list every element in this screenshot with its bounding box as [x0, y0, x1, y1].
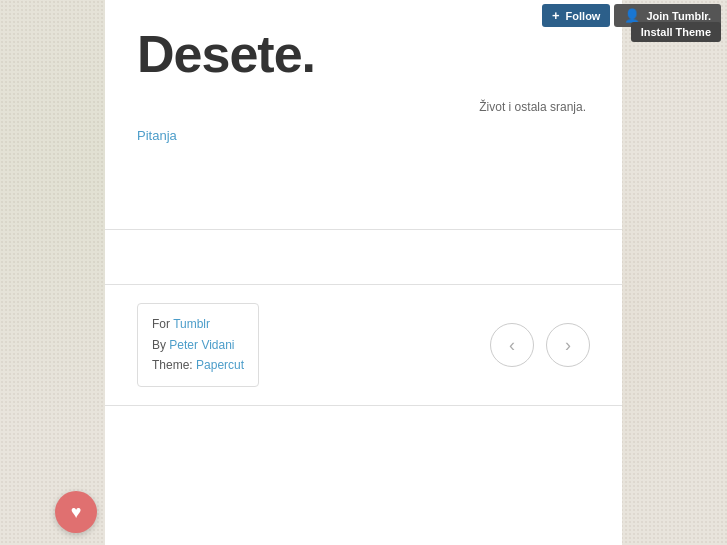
person-icon: 👤: [624, 8, 640, 23]
blog-subtitle: Život i ostala sranja.: [137, 100, 590, 114]
follow-button[interactable]: + Follow: [542, 4, 610, 27]
heart-button[interactable]: ♥: [55, 491, 97, 533]
nav-link-pitanja[interactable]: Pitanja: [137, 128, 177, 143]
theme-label: Theme:: [152, 358, 193, 372]
for-label: For: [152, 317, 170, 331]
heart-icon: ♥: [71, 502, 82, 523]
nav-arrows: ‹ ›: [490, 323, 590, 367]
install-label: Install Theme: [641, 26, 711, 38]
mid-section: [105, 230, 622, 285]
tumblr-bar: + Follow 👤 Join Tumblr. Install Theme: [536, 0, 727, 31]
plus-icon: +: [552, 8, 560, 23]
credit-box: For Tumblr By Peter Vidani Theme: Paperc…: [137, 303, 259, 386]
blog-title: Desete.: [137, 28, 590, 80]
join-label: Join Tumblr.: [646, 10, 711, 22]
credit-for-line: For Tumblr: [152, 314, 244, 334]
bottom-divider: [105, 405, 622, 445]
main-content: Desete. Život i ostala sranja. Pitanja F…: [105, 0, 622, 545]
credit-by-line: By Peter Vidani: [152, 335, 244, 355]
credit-theme-line: Theme: Papercut: [152, 355, 244, 375]
next-button[interactable]: ›: [546, 323, 590, 367]
prev-button[interactable]: ‹: [490, 323, 534, 367]
follow-label: Follow: [566, 10, 601, 22]
by-label: By: [152, 338, 166, 352]
blog-header: Desete. Život i ostala sranja. Pitanja: [105, 0, 622, 230]
blog-nav: Pitanja: [137, 126, 590, 144]
install-theme-button[interactable]: Install Theme: [631, 22, 721, 42]
footer-section: For Tumblr By Peter Vidani Theme: Paperc…: [105, 285, 622, 405]
theme-link[interactable]: Papercut: [196, 358, 244, 372]
tumblr-link[interactable]: Tumblr: [173, 317, 210, 331]
author-link[interactable]: Peter Vidani: [169, 338, 234, 352]
